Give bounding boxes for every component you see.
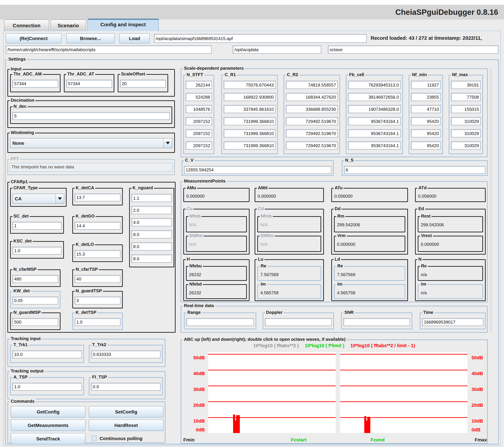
fi-tsp-input[interactable] — [91, 383, 161, 390]
n-stft-0[interactable] — [186, 81, 212, 89]
tab-config-and-inspect[interactable]: Config and inspect — [88, 19, 159, 31]
n-dec-input[interactable] — [12, 112, 170, 120]
c-r1-1[interactable] — [224, 93, 275, 101]
dropdown-arrow-button[interactable] — [55, 194, 64, 203]
realtime-data-group: Real-time data Range Doppler SNR Time — [180, 306, 488, 333]
octave-command-input[interactable] — [328, 45, 498, 54]
nf-min-2[interactable] — [411, 105, 441, 113]
a-tsp-input[interactable] — [12, 383, 82, 390]
nf-max-2[interactable] — [451, 105, 481, 113]
snr-input[interactable] — [343, 318, 410, 326]
n-cfartsp-input[interactable] — [75, 275, 120, 283]
c-r2-5[interactable] — [286, 141, 338, 150]
c-r2-0[interactable] — [286, 81, 338, 89]
n-s-input[interactable] — [344, 166, 485, 174]
n-guardmsp-input[interactable] — [12, 318, 58, 326]
k-dettsp-input[interactable] — [75, 318, 120, 326]
sendtrack-button[interactable]: SendTrack — [11, 433, 85, 445]
sc-det-input[interactable] — [12, 222, 62, 230]
thr-adc-at-input[interactable] — [66, 80, 112, 88]
c-r2-4[interactable] — [286, 129, 338, 137]
k-nguard-input-2[interactable] — [131, 218, 172, 226]
k-nguard-input-1[interactable] — [131, 206, 172, 214]
c-r1-2[interactable] — [224, 105, 275, 113]
dd-vrm-value: 0.000000 — [337, 242, 355, 247]
getconfig-button[interactable]: GetConfig — [11, 406, 85, 418]
dropdown-arrow-button[interactable] — [163, 138, 172, 148]
range-input[interactable] — [186, 318, 254, 326]
fb-cell-5[interactable] — [348, 141, 401, 150]
k-detlo-input[interactable] — [75, 250, 120, 258]
c-r1-4[interactable] — [224, 129, 275, 137]
fb-cell-4[interactable] — [348, 129, 401, 137]
nf-max-1[interactable] — [451, 93, 481, 101]
nf-max-4[interactable] — [451, 129, 481, 137]
ksc-det-input[interactable] — [12, 247, 62, 254]
c-r2-1[interactable] — [286, 93, 338, 101]
fb-cell-2[interactable] — [348, 105, 401, 113]
amd-label: AMd — [257, 185, 268, 190]
load-button[interactable]: Load — [119, 33, 150, 43]
nf-max-3[interactable] — [451, 117, 481, 125]
fb-cell-1[interactable] — [348, 93, 401, 101]
c-v-input[interactable] — [184, 166, 331, 174]
k-nguard-input-3[interactable] — [131, 230, 172, 238]
fb-cell-0[interactable] — [348, 81, 401, 89]
tab-scenario[interactable]: Scenario — [51, 19, 86, 31]
continuous-polling-checkbox[interactable] — [91, 436, 97, 441]
c-r2-2[interactable] — [286, 105, 338, 113]
c-r1-0[interactable] — [224, 81, 275, 89]
nf-min-4[interactable] — [411, 129, 441, 137]
n-cfarmsp-input[interactable] — [12, 275, 58, 283]
n-stft-5[interactable] — [186, 141, 212, 150]
n-stft-1[interactable] — [186, 93, 212, 101]
nf-min-3[interactable] — [411, 117, 441, 125]
k-nguard-input-5[interactable] — [131, 254, 172, 263]
scale-offset-label: ScaleOffset — [120, 71, 146, 77]
nf-min-1[interactable] — [411, 93, 441, 101]
c-r1-5[interactable] — [224, 141, 275, 150]
matlab-scripts-path-input[interactable] — [6, 45, 212, 54]
c-r1-3[interactable] — [224, 117, 275, 125]
settings-group-title: Settings — [7, 57, 27, 62]
n-stft-2[interactable] — [186, 105, 212, 113]
spectrum-plot-down[interactable] — [340, 352, 468, 433]
t-trk1-input[interactable] — [12, 350, 82, 358]
hardreset-button[interactable]: HardReset — [89, 420, 163, 431]
doppler-input[interactable] — [265, 318, 332, 326]
y-tick-label: 30dB — [471, 387, 483, 392]
nf-max-0[interactable] — [451, 81, 481, 89]
nf-max-5[interactable] — [451, 141, 481, 150]
top-strip — [0, 0, 504, 5]
setconfig-button[interactable]: SetConfig — [89, 406, 163, 418]
k-nguard-input-0[interactable] — [131, 194, 172, 202]
thr-adc-am-input[interactable] — [12, 80, 58, 88]
reconnect-button[interactable]: (Re)Connect — [6, 33, 62, 43]
time-input[interactable] — [422, 318, 483, 326]
t-trk2-input[interactable] — [91, 350, 161, 358]
k-nguard-input-4[interactable] — [131, 242, 172, 251]
c-r2-3[interactable] — [286, 117, 338, 125]
n-stft-4[interactable] — [186, 129, 212, 137]
k-detca-input[interactable] — [75, 194, 120, 201]
windowing-dropdown[interactable]: None — [10, 138, 172, 148]
getmeasurements-button[interactable]: GetMeasurements — [11, 420, 85, 431]
amu-value: 0.000000 — [186, 194, 204, 199]
apf-file-path-input[interactable] — [154, 34, 367, 43]
n-guardtsp-input[interactable] — [75, 297, 120, 304]
k-detgo-input[interactable] — [75, 222, 120, 230]
browse-button[interactable]: Browse... — [66, 33, 115, 43]
fb-cell-3[interactable] — [348, 117, 401, 125]
scale-offset-input[interactable] — [120, 80, 166, 88]
nf-min-5[interactable] — [411, 141, 441, 150]
acqdata-path-input[interactable] — [233, 45, 321, 54]
kw-det-input[interactable] — [12, 297, 58, 304]
y-tick-label: 20dB — [471, 402, 483, 408]
spectrum-plot-up[interactable] — [208, 352, 336, 433]
tab-connection[interactable]: Connection — [4, 19, 49, 31]
n-stft-3[interactable] — [186, 117, 212, 125]
cfar-type-dropdown[interactable]: CA — [12, 194, 64, 204]
ld-im-value: 4.565758 — [337, 290, 355, 295]
nf-min-0[interactable] — [411, 81, 441, 89]
k-dettsp-group: K_detTSP — [72, 312, 123, 330]
